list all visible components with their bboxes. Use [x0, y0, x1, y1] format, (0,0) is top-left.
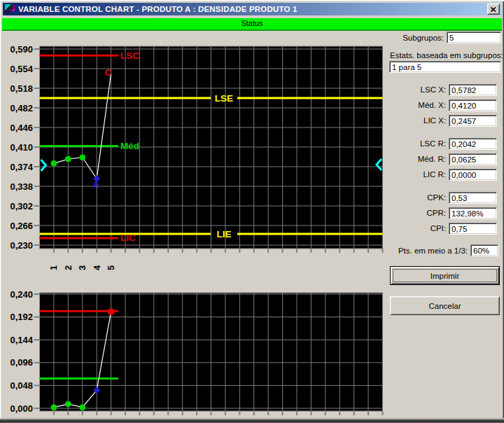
stat-label-cpi: CPI:	[389, 224, 446, 233]
x-tick-label: 5	[106, 265, 116, 270]
stat-label-cpk: CPK:	[389, 193, 446, 202]
y-tick-label: 0,374	[10, 162, 33, 172]
stat-input-med_x[interactable]	[449, 99, 497, 111]
stat-input-cpr[interactable]	[449, 207, 497, 219]
data-point-3	[80, 155, 85, 160]
limit-label-Méd: Méd	[120, 141, 139, 151]
y-tick-label: 0,048	[10, 380, 33, 391]
y-tick-label: 0,192	[10, 312, 33, 322]
app-window: VARIABLE CONTROL CHART - PRODUTO A : DEN…	[0, 0, 504, 423]
limit-label-LSE: LSE	[215, 93, 233, 104]
stat-label-med_r: Méd. R:	[389, 155, 446, 163]
stat-label-lsc_r: LSC R:	[389, 139, 446, 148]
close-icon	[491, 7, 496, 12]
subgroups-input[interactable]	[447, 32, 501, 43]
data-point-5	[108, 309, 114, 315]
y-tick-label: 0,230	[10, 240, 33, 251]
y-tick-label: 0,482	[10, 103, 33, 113]
y-tick-label: 0,266	[10, 221, 33, 231]
stat-input-lic_r[interactable]	[449, 169, 497, 181]
title-bar: VARIABLE CONTROL CHART - PRODUTO A : DEN…	[3, 3, 501, 15]
y-tick-label: 0,302	[10, 201, 33, 212]
stat-label-lic_x: LIC X:	[389, 116, 446, 125]
stat-input-cpk[interactable]	[449, 192, 497, 204]
y-tick-label: 0,338	[10, 181, 33, 192]
y-tick-label: 0,554	[10, 64, 33, 74]
y-tick-label: 0,144	[10, 335, 33, 345]
estats-label: Estats. baseada em subgrupos:	[390, 51, 503, 60]
pts-input[interactable]	[470, 244, 498, 256]
window-bottom-edge	[0, 418, 504, 423]
y-tick-label: 0,446	[10, 123, 33, 133]
stat-input-lsc_x[interactable]	[449, 84, 497, 96]
window-title: VARIABLE CONTROL CHART - PRODUTO A : DEN…	[18, 5, 487, 13]
x-tick-label: 4	[92, 265, 102, 270]
status-bar: Status	[2, 18, 502, 31]
limit-label-LIE: LIE	[216, 229, 231, 240]
stat-label-lsc_x: LSC X:	[389, 85, 446, 94]
estats-input[interactable]	[389, 61, 501, 73]
data-point-1	[51, 160, 57, 166]
limit-label-LIC: LIC	[120, 233, 136, 243]
xbar-chart: 0,5900,5540,5180,4820,4460,4100,3740,338…	[0, 42, 392, 283]
data-point-2	[65, 401, 71, 407]
stat-label-lic_r: LIC R:	[389, 170, 446, 179]
limit-label-LSC: LSC	[120, 50, 139, 61]
x-tick-label: 1	[48, 265, 59, 270]
close-button[interactable]	[487, 4, 500, 15]
data-point-2	[65, 156, 71, 162]
app-icon	[4, 4, 15, 15]
stat-input-med_r[interactable]	[449, 153, 497, 165]
y-tick-label: 0,240	[10, 289, 33, 300]
y-tick-label: 0,590	[10, 44, 33, 55]
x-tick-label: 3	[77, 265, 88, 270]
y-tick-label: 0,518	[10, 83, 33, 94]
stat-label-cpr: CPR:	[389, 209, 446, 217]
pts-label: Pts. em meio a 1/3:	[389, 247, 468, 255]
point-annotation-A: A	[92, 179, 99, 190]
data-point-1	[51, 405, 57, 410]
range-chart: 0,2400,1920,1440,0960,0480,000	[0, 283, 392, 423]
y-tick-label: 0,410	[10, 142, 33, 153]
cancel-button[interactable]: Cancelar	[390, 296, 500, 315]
stat-input-lic_x[interactable]	[449, 115, 497, 127]
print-button[interactable]: Imprimir	[390, 266, 500, 285]
x-tick-label: 2	[63, 265, 74, 270]
stat-label-med_x: Méd. X:	[389, 101, 446, 109]
status-label: Status	[241, 19, 262, 27]
y-tick-label: 0,096	[10, 357, 33, 368]
y-tick-label: 0,000	[10, 403, 33, 414]
stat-input-cpi[interactable]	[449, 223, 497, 235]
data-point-3	[80, 405, 85, 410]
subgroups-label: Subgrupos:	[378, 34, 444, 42]
stat-input-lsc_r[interactable]	[449, 138, 497, 150]
point-annotation-C: C	[105, 67, 112, 78]
